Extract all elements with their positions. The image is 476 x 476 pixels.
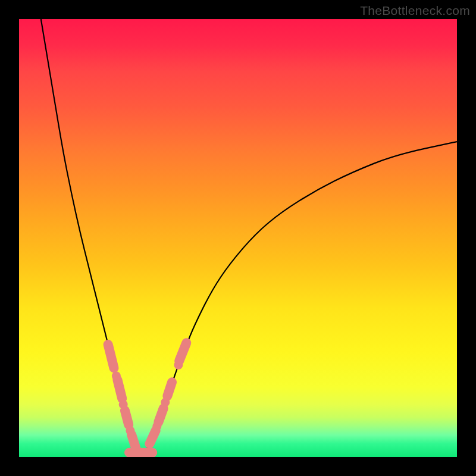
chart-container: TheBottleneck.com <box>0 0 476 476</box>
plot-area <box>19 19 457 457</box>
marker-pill <box>161 376 178 402</box>
marker-pill <box>124 448 157 457</box>
marker-pill <box>173 337 193 367</box>
marker-pill <box>119 405 134 430</box>
marker-pill <box>102 339 120 374</box>
bottleneck-curve <box>41 19 457 452</box>
chart-svg <box>19 19 457 457</box>
watermark-text: TheBottleneck.com <box>360 4 470 18</box>
marker-pill <box>112 374 128 404</box>
